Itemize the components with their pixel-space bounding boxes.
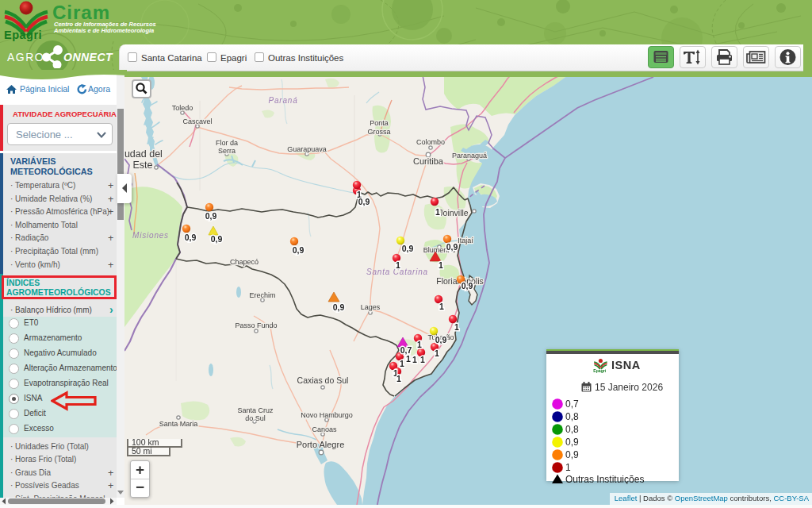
svg-text:1: 1 <box>406 354 411 364</box>
svg-text:Grossa: Grossa <box>367 128 390 136</box>
svg-text:Ponta: Ponta <box>370 119 389 127</box>
svg-text:Paraná: Paraná <box>268 96 297 105</box>
svg-text:Passo Fundo: Passo Fundo <box>235 321 277 329</box>
svg-text:0,9: 0,9 <box>185 233 197 242</box>
svg-text:1: 1 <box>400 359 404 368</box>
svg-text:Ciudad del: Ciudad del <box>124 148 163 160</box>
svg-text:0,9: 0,9 <box>358 197 370 206</box>
svg-text:1: 1 <box>396 260 400 270</box>
svg-text:0,9: 0,9 <box>565 449 579 460</box>
svg-text:0,9: 0,9 <box>333 302 345 312</box>
svg-text:Epagri: Epagri <box>4 29 42 41</box>
svg-text:0,9: 0,9 <box>435 335 447 344</box>
svg-text:Guarapuava: Guarapuava <box>287 145 327 153</box>
svg-text:1: 1 <box>439 302 444 311</box>
svg-text:Toledo: Toledo <box>172 104 193 112</box>
svg-text:0,8: 0,8 <box>565 411 579 422</box>
svg-text:1: 1 <box>396 374 401 383</box>
svg-text:Serra: Serra <box>218 147 236 155</box>
svg-text:0,9: 0,9 <box>462 281 473 291</box>
svg-text:Curitiba: Curitiba <box>413 156 444 166</box>
svg-text:1: 1 <box>417 340 422 349</box>
svg-text:1: 1 <box>435 207 440 217</box>
svg-text:Outras Instituições: Outras Instituições <box>565 474 644 484</box>
svg-text:Canoas: Canoas <box>312 425 337 433</box>
svg-text:Chapecó: Chapecó <box>230 258 259 266</box>
svg-text:Erechim: Erechim <box>249 291 275 299</box>
svg-text:1: 1 <box>565 462 571 473</box>
svg-text:0,9: 0,9 <box>446 242 458 252</box>
svg-text:Caxias do Sul: Caxias do Sul <box>297 375 349 385</box>
svg-text:Colombo: Colombo <box>416 138 445 146</box>
svg-text:1: 1 <box>439 260 443 270</box>
svg-text:Novo Hamburgo: Novo Hamburgo <box>301 411 353 419</box>
svg-text:Santa Maria: Santa Maria <box>159 420 198 428</box>
svg-text:Flor da: Flor da <box>216 139 238 147</box>
svg-text:Misiones: Misiones <box>132 231 169 240</box>
svg-text:1: 1 <box>420 355 425 364</box>
svg-text:0,9: 0,9 <box>402 244 414 253</box>
svg-text:0,8: 0,8 <box>565 424 579 435</box>
svg-text:0,9: 0,9 <box>293 245 304 255</box>
svg-text:0,9: 0,9 <box>205 211 217 221</box>
svg-text:1: 1 <box>435 348 439 358</box>
svg-text:1: 1 <box>454 322 459 332</box>
svg-text:1: 1 <box>412 355 417 364</box>
svg-text:Porto Alegre: Porto Alegre <box>297 440 345 449</box>
svg-text:Epagri: Epagri <box>593 368 607 373</box>
svg-text:Santa Cruz: Santa Cruz <box>237 406 274 414</box>
svg-text:0,9: 0,9 <box>565 437 579 448</box>
svg-text:0,7: 0,7 <box>565 398 579 410</box>
svg-text:Este: Este <box>132 160 152 171</box>
svg-text:0,9: 0,9 <box>211 234 223 244</box>
svg-text:do Sul: do Sul <box>245 414 266 422</box>
svg-text:Paranaguá: Paranaguá <box>452 152 487 160</box>
svg-text:Itajaí: Itajaí <box>458 237 473 244</box>
svg-text:Cascavel: Cascavel <box>182 117 212 125</box>
svg-text:Lages: Lages <box>361 303 381 311</box>
svg-text:Joinville: Joinville <box>439 208 469 217</box>
